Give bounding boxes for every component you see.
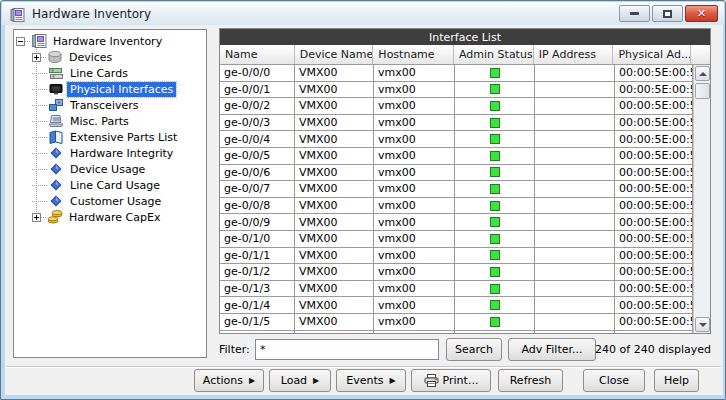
cell-hostname: vmx00: [374, 148, 455, 164]
table-row[interactable]: ge-0/0/6VMX00vmx0000:00:5E:00:53.: [220, 165, 693, 182]
tree-item-device-usage[interactable]: Device Usage: [14, 161, 206, 177]
cell-physical-ad: 00:00:5E:00:53.: [615, 314, 693, 330]
menu-arrow-icon: ▶: [313, 376, 319, 385]
status-up-icon: [490, 68, 500, 78]
table-row[interactable]: ge-0/1/0VMX00vmx0000:00:5E:00:53.: [220, 231, 693, 248]
cell-device-name: VMX00: [295, 131, 374, 147]
diamond-icon: [47, 194, 64, 209]
cell-hostname: vmx00: [374, 82, 455, 98]
table-viewport: ge-0/0/0VMX00vmx0000:00:5E:00:53.ge-0/0/…: [220, 65, 710, 333]
tree-item-misc-parts[interactable]: Misc. Parts: [14, 113, 206, 129]
cell-name: ge-0/0/1: [220, 82, 295, 98]
table-row[interactable]: ge-0/0/0VMX00vmx0000:00:5E:00:53.: [220, 65, 693, 82]
dialog-body: Hardware InventoryDevicesLine CardsPhysi…: [5, 25, 723, 395]
table-row[interactable]: ge-0/0/2VMX00vmx0000:00:5E:00:53.: [220, 98, 693, 115]
column-header-physical-ad[interactable]: Physical Ad...: [613, 45, 691, 64]
minimize-button[interactable]: [619, 5, 650, 22]
scroll-up-button[interactable]: [695, 66, 710, 81]
cell-ip-address: [535, 115, 615, 131]
status-up-icon: [490, 101, 500, 111]
expander-minus-icon[interactable]: [16, 37, 25, 46]
table-row[interactable]: ge-0/0/1VMX00vmx0000:00:5E:00:53.: [220, 82, 693, 99]
cell-admin-status: [455, 331, 535, 334]
tree-item-customer-usage[interactable]: Customer Usage: [14, 193, 206, 209]
cell-physical-ad: 00:00:5E:00:53.: [615, 98, 693, 114]
filter-input[interactable]: [255, 339, 439, 360]
vertical-scrollbar[interactable]: [693, 65, 710, 333]
action-button-bar: Actions▶Load▶Events▶Print...RefreshClose…: [5, 369, 723, 393]
menu-arrow-icon: ▶: [249, 376, 255, 385]
tree-item-physical-interfaces[interactable]: Physical Interfaces: [14, 81, 206, 97]
table-row[interactable]: ge-0/1/5VMX00vmx0000:00:5E:00:53.: [220, 314, 693, 331]
cell-device-name: VMX00: [295, 214, 374, 230]
table-row[interactable]: ge-0/1/4VMX00vmx0000:00:5E:00:53.: [220, 297, 693, 314]
cell-name: ge-0/0/9: [220, 214, 295, 230]
cell-hostname: vmx00: [374, 198, 455, 214]
adv-filter-button[interactable]: Adv Filter...: [508, 338, 596, 361]
tree-item-hardware-integrity[interactable]: Hardware Integrity: [14, 145, 206, 161]
table-row[interactable]: ge-0/1/1VMX00vmx0000:00:5E:00:53.: [220, 248, 693, 265]
cell-admin-status: [455, 281, 535, 297]
cell-device-name: VMX00: [295, 115, 374, 131]
tree-item-extensive-parts-list[interactable]: Extensive Parts List: [14, 129, 206, 145]
scrollbar-thumb[interactable]: [695, 83, 710, 99]
cell-physical-ad: 00:00:5E:00:53.: [615, 131, 693, 147]
close-button[interactable]: ✕: [685, 5, 718, 22]
refresh-button[interactable]: Refresh: [498, 369, 563, 392]
cell-ip-address: [535, 198, 615, 214]
table-row[interactable]: ge-0/0/9VMX00vmx0000:00:5E:00:53.: [220, 214, 693, 231]
misc-parts-icon: [47, 114, 64, 129]
cell-device-name: VMX00: [295, 82, 374, 98]
cell-name: ge-0/0/2: [220, 98, 295, 114]
table-row[interactable]: ge-0/0/8VMX00vmx0000:00:5E:00:53.: [220, 198, 693, 215]
cell-physical-ad: 00:00:5E:00:53.: [615, 82, 693, 98]
expander-plus-icon[interactable]: [32, 53, 41, 62]
maximize-button[interactable]: [652, 5, 683, 22]
column-header-name[interactable]: Name: [220, 45, 295, 64]
table-row[interactable]: ge-0/1/3VMX00vmx0000:00:5E:00:53.: [220, 281, 693, 298]
scroll-down-button[interactable]: [695, 317, 710, 332]
column-header-device-name[interactable]: Device Name: [295, 45, 374, 64]
window-titlebar[interactable]: Hardware Inventory ✕: [2, 2, 724, 25]
expander-plus-icon[interactable]: [32, 213, 41, 222]
cell-physical-ad: 00:00:5E:00:53.: [615, 65, 693, 81]
table-title: Interface List: [220, 29, 710, 45]
close-button[interactable]: Close: [583, 369, 645, 392]
cell-ip-address: [535, 181, 615, 197]
inventory-tree[interactable]: Hardware InventoryDevicesLine CardsPhysi…: [13, 29, 207, 358]
cell-admin-status: [455, 264, 535, 280]
tree-item-line-cards[interactable]: Line Cards: [14, 65, 206, 81]
table-row[interactable]: ge-0/0/5VMX00vmx0000:00:5E:00:53.: [220, 148, 693, 165]
cell-admin-status: [455, 214, 535, 230]
print-button[interactable]: Print...: [411, 369, 491, 392]
actions-button[interactable]: Actions▶: [194, 369, 264, 392]
table-row[interactable]: ge-0/0/7VMX00vmx0000:00:5E:00:53.: [220, 181, 693, 198]
tree-item-hardware-capex[interactable]: Hardware CapEx: [14, 209, 206, 225]
column-header-ip-address[interactable]: IP Address: [534, 45, 614, 64]
interface-list-table: Interface List NameDevice NameHostnameAd…: [219, 28, 711, 334]
cell-name: ge-0/0/5: [220, 148, 295, 164]
search-button[interactable]: Search: [446, 338, 502, 361]
cell-physical-ad: 00:00:5E:00:53.: [615, 331, 693, 334]
tree-item-hardware-inventory[interactable]: Hardware Inventory: [14, 33, 206, 49]
column-header-hostname[interactable]: Hostname: [373, 45, 454, 64]
tree-item-line-card-usage[interactable]: Line Card Usage: [14, 177, 206, 193]
cell-hostname: vmx00: [374, 131, 455, 147]
cell-admin-status: [455, 115, 535, 131]
load-button[interactable]: Load▶: [269, 369, 331, 392]
status-up-icon: [490, 118, 500, 128]
table-row[interactable]: ge-0/1/2VMX00vmx0000:00:5E:00:53.: [220, 264, 693, 281]
app-icon: [10, 7, 25, 21]
cell-name: ge-0/1/1: [220, 248, 295, 264]
tree-item-devices[interactable]: Devices: [14, 49, 206, 65]
column-header-admin-status[interactable]: Admin Status: [454, 45, 534, 64]
tree-item-transceivers[interactable]: Transceivers: [14, 97, 206, 113]
close-icon: ✕: [697, 8, 706, 19]
help-button[interactable]: Help: [654, 369, 699, 392]
table-row[interactable]: ge-0/0/3VMX00vmx0000:00:5E:00:53.: [220, 115, 693, 132]
table-row[interactable]: ge-0/1/6VMX00vmx0000:00:5E:00:53.: [220, 331, 693, 334]
events-button[interactable]: Events▶: [336, 369, 406, 392]
cell-hostname: vmx00: [374, 65, 455, 81]
table-row[interactable]: ge-0/0/4VMX00vmx0000:00:5E:00:53.: [220, 131, 693, 148]
hardware-inventory-icon: [30, 34, 47, 49]
